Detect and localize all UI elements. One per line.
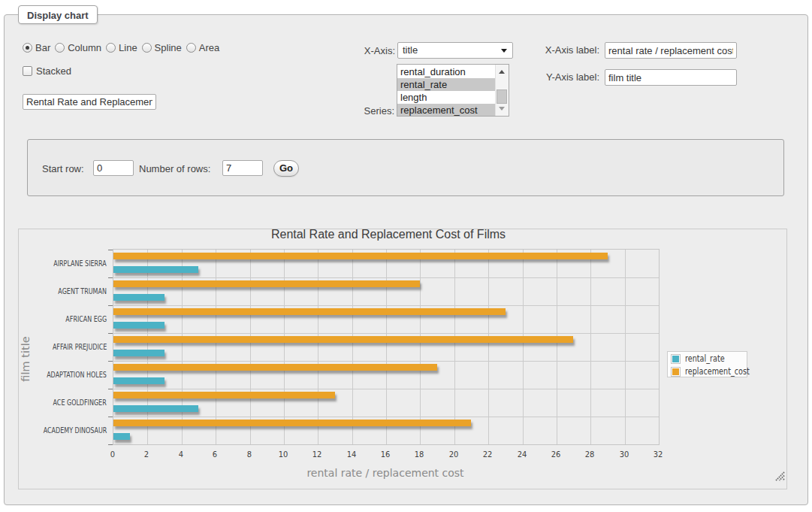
stacked-row: Stacked (23, 65, 71, 77)
fieldset-legend: Display chart (18, 5, 98, 24)
bar-replacement_cost (113, 392, 335, 398)
bar-rental_rate (113, 433, 130, 440)
listbox-scrollbar[interactable] (495, 65, 509, 116)
bar-rental_rate (113, 266, 198, 273)
legend-label: replacement_cost (685, 366, 750, 377)
x-axis-select[interactable]: title (397, 42, 513, 59)
radio-spline[interactable]: Spline (142, 42, 182, 53)
y-axis-label-input[interactable] (605, 69, 737, 86)
x-tick-label: 24 (509, 450, 536, 459)
series-multiselect[interactable]: rental_duration rental_rate length repla… (397, 64, 509, 117)
bar-replacement_cost (113, 308, 506, 315)
x-tick-label: 0 (99, 450, 126, 459)
x-tick-label: 32 (644, 450, 672, 459)
series-select-label: Series: (335, 105, 394, 117)
x-tick-label: 18 (406, 450, 433, 459)
bar-rental_rate (113, 405, 198, 412)
radio-column-control[interactable] (55, 43, 65, 53)
x-tick-label: 14 (338, 450, 365, 459)
legend-swatch-icon (671, 367, 681, 377)
x-tick-label: 12 (303, 450, 331, 459)
series-option-rental-duration[interactable]: rental_duration (397, 65, 496, 78)
legend-label: rental_rate (685, 353, 725, 364)
x-axis-select-label: X-Axis: (335, 45, 395, 56)
legend-swatch-icon (671, 354, 681, 364)
category-label: AIRPLANE SIERRA (53, 259, 107, 268)
go-button[interactable]: Go (273, 160, 299, 177)
x-tick-label: 28 (576, 450, 603, 459)
radio-spline-control[interactable] (142, 43, 152, 53)
category-label: ACADEMY DINOSAUR (43, 426, 107, 435)
scroll-up-arrow-icon[interactable] (499, 70, 505, 74)
x-tick-label: 22 (474, 450, 501, 459)
radio-line-control[interactable] (106, 43, 116, 53)
x-tick-label: 6 (201, 450, 228, 459)
category-label: AFRICAN EGG (65, 315, 107, 323)
x-axis-title: rental rate / replacement cost (113, 467, 658, 479)
number-of-rows-input[interactable] (222, 160, 263, 176)
category-label: AGENT TRUMAN (58, 287, 107, 295)
radio-area-control[interactable] (186, 43, 196, 53)
chart: Rental Rate and Replacement Cost of Film… (19, 229, 786, 489)
x-tick-label: 26 (542, 450, 569, 459)
bar-replacement_cost (113, 253, 608, 259)
radio-bar-label: Bar (35, 42, 50, 53)
bar-rental_rate (113, 377, 165, 384)
chart-title-input[interactable] (23, 94, 156, 110)
chart-title: Rental Rate and Replacement Cost of Film… (116, 228, 661, 241)
radio-column[interactable]: Column (55, 42, 101, 53)
chart-plot-area (113, 249, 660, 445)
radio-column-label: Column (68, 42, 101, 53)
x-tick-label: 2 (133, 450, 160, 459)
bar-rental_rate (113, 350, 165, 356)
chart-type-radio-group: Bar Column Line Spline Area (23, 41, 224, 53)
x-tick-label: 4 (168, 450, 195, 459)
select-dropdown-arrow-icon (501, 49, 507, 53)
category-axis-labels: AIRPLANE SIERRAAGENT TRUMANAFRICAN EGGAF… (19, 229, 107, 489)
y-axis-title: film title (20, 329, 32, 389)
bar-rental_rate (113, 294, 165, 301)
page: Display chart Bar Column Line Spline Are… (0, 0, 812, 512)
chart-container: Rental Rate and Replacement Cost of Film… (18, 229, 787, 489)
radio-line[interactable]: Line (106, 42, 137, 53)
radio-bar[interactable]: Bar (23, 42, 50, 53)
x-tick-label: 20 (440, 450, 467, 459)
start-row-label: Start row: (42, 163, 84, 174)
bar-rental_rate (113, 322, 165, 329)
legend-item-replacement_cost: replacement_cost (671, 366, 747, 377)
resize-grip-icon[interactable] (775, 471, 785, 481)
stacked-label: Stacked (36, 65, 71, 77)
radio-area[interactable]: Area (186, 42, 219, 53)
start-row-input[interactable] (93, 160, 134, 176)
x-tick-label: 10 (270, 450, 297, 459)
bar-replacement_cost (113, 420, 471, 426)
series-option-length[interactable]: length (397, 91, 496, 104)
radio-line-label: Line (119, 42, 137, 53)
y-axis-label-label: Y-Axis label: (518, 71, 599, 83)
bar-replacement_cost (113, 280, 420, 287)
radio-spline-label: Spline (155, 42, 182, 53)
x-tick-label: 30 (611, 450, 638, 459)
x-axis-label-input[interactable] (605, 42, 737, 59)
series-option-rental-rate[interactable]: rental_rate (397, 78, 496, 91)
radio-area-label: Area (199, 42, 219, 53)
radio-bar-control[interactable] (23, 43, 32, 53)
x-axis-selected-value: title (403, 44, 418, 56)
series-option-replacement-cost[interactable]: replacement_cost (397, 104, 496, 117)
number-of-rows-label: Number of rows: (139, 163, 210, 174)
scroll-down-arrow-icon[interactable] (499, 107, 505, 111)
x-tick-label: 8 (236, 450, 263, 459)
scrollbar-thumb[interactable] (497, 89, 507, 104)
x-tick-label: 16 (372, 450, 399, 459)
legend-item-rental_rate: rental_rate (671, 353, 747, 364)
stacked-checkbox[interactable] (23, 66, 32, 76)
bar-replacement_cost (113, 364, 437, 371)
category-label: AFFAIR PREJUDICE (52, 343, 107, 351)
bar-replacement_cost (113, 336, 573, 343)
category-label: ACE GOLDFINGER (53, 398, 107, 407)
category-label: ADAPTATION HOLES (47, 371, 107, 379)
x-axis-label-label: X-Axis label: (518, 44, 599, 56)
chart-legend: rental_ratereplacement_cost (667, 351, 747, 377)
